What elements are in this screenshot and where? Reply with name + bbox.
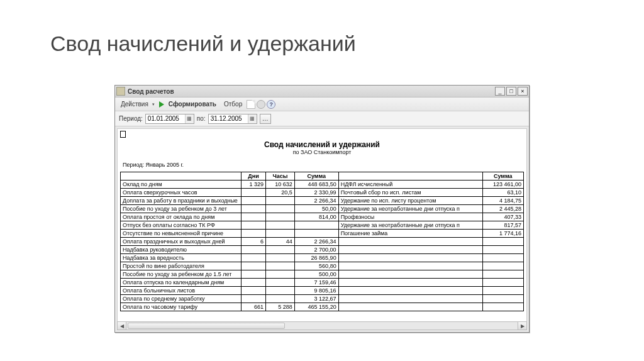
table-row: Оплата отпуска по календарным дням7 159,… [121, 279, 524, 287]
toolbar: Действия Сформировать Отбор ? [115, 97, 529, 111]
filter-button[interactable]: Отбор [221, 99, 245, 109]
sum2-value: 817,57 [482, 221, 523, 230]
scroll-thumb[interactable] [128, 323, 285, 329]
scroll-right-button[interactable]: ▶ [518, 322, 526, 330]
days-value [241, 262, 265, 270]
sum2-value: 407,33 [482, 213, 523, 221]
days-value [241, 189, 265, 197]
accrual-name: Оплата по среднему заработку [121, 295, 242, 303]
scroll-track[interactable] [126, 322, 518, 330]
sum2-value [482, 254, 523, 262]
settings-button[interactable] [257, 100, 265, 109]
col-sum1: Сумма [294, 172, 338, 181]
deduction-name [338, 262, 482, 270]
accrual-name: Доплата за работу в праздники и выходные [121, 197, 242, 205]
calendar-icon[interactable]: ▦ [185, 114, 194, 123]
scroll-left-button[interactable]: ◀ [118, 322, 126, 330]
deduction-name [338, 279, 482, 287]
table-row: Оплата праздничных и выходных дней6442 2… [121, 238, 524, 246]
hours-value [266, 221, 295, 230]
hours-value: 10 632 [266, 181, 295, 189]
window-icon [116, 87, 125, 96]
maximize-button[interactable]: □ [506, 87, 516, 96]
period-label: Период: [119, 115, 143, 122]
table-row: Доплата за работу в праздники и выходные… [121, 197, 524, 205]
help-button[interactable]: ? [267, 100, 275, 109]
table-row: Простой по вине работодателя560,80 [121, 262, 524, 270]
days-value: 1 329 [241, 181, 265, 189]
table-row: Оклад по дням1 32910 632448 683,50НДФЛ и… [121, 181, 524, 189]
sum2-value: 1 774,16 [482, 230, 523, 238]
days-value: 661 [241, 303, 265, 311]
days-value [241, 213, 265, 221]
accrual-name: Оплата простоя от оклада по дням [121, 213, 242, 221]
sum2-value: 4 184,75 [482, 197, 523, 205]
days-value [241, 254, 265, 262]
titlebar: Свод расчетов _ □ × [115, 86, 529, 97]
sum2-value: 123 461,00 [482, 181, 523, 189]
app-window: Свод расчетов _ □ × Действия Сформироват… [114, 85, 530, 333]
calendar-icon[interactable]: ▦ [248, 114, 257, 123]
close-button[interactable]: × [518, 87, 528, 96]
report-title: Свод начислений и удержаний [120, 140, 524, 149]
deduction-name [338, 270, 482, 279]
play-icon [159, 101, 164, 108]
date-to-field[interactable]: ▦ [208, 114, 257, 124]
report-subtitle: по ЗАО Станкоимпорт [120, 149, 524, 155]
sum2-value [482, 279, 523, 287]
days-value [241, 246, 265, 254]
days-value [241, 230, 265, 238]
hours-value [266, 254, 295, 262]
col-hours: Часы [266, 172, 295, 181]
sum-value: 560,80 [294, 262, 338, 270]
actions-menu[interactable]: Действия [118, 99, 158, 109]
table-row: Оплата по среднему заработку3 122,67 [121, 295, 524, 303]
sum2-value: 2 445,28 [482, 205, 523, 213]
col-accrual [121, 172, 242, 181]
table-row: Оплата простоя от оклада по дням814,00Пр… [121, 213, 524, 221]
date-to-input[interactable] [209, 114, 248, 123]
deduction-name [338, 295, 482, 303]
col-days: Дни [241, 172, 265, 181]
date-from-input[interactable] [146, 114, 185, 123]
date-from-field[interactable]: ▦ [145, 114, 194, 124]
horizontal-scrollbar[interactable]: ◀ ▶ [117, 321, 527, 330]
days-value [241, 295, 265, 303]
report-pane: Свод начислений и удержаний по ЗАО Станк… [117, 128, 527, 330]
sum-value: 448 683,50 [294, 181, 338, 189]
accrual-name: Простой по вине работодателя [121, 262, 242, 270]
sum-value: 7 159,46 [294, 279, 338, 287]
form-button[interactable]: Сформировать [165, 99, 219, 109]
page-icon-button[interactable] [247, 100, 255, 109]
sum-value: 9 805,16 [294, 287, 338, 295]
accrual-name: Пособие по уходу за ребенком до 3 лет [121, 205, 242, 213]
deduction-name: Почтовый сбор по исп. листам [338, 189, 482, 197]
sum-value [294, 221, 338, 230]
deduction-name: НДФЛ исчисленный [338, 181, 482, 189]
table-row: Пособие по уходу за ребенком до 1.5 лет5… [121, 270, 524, 279]
date-to-label: по: [197, 115, 206, 122]
bookmark-icon[interactable] [120, 131, 126, 138]
accrual-name: Надбавка за вредность [121, 254, 242, 262]
deduction-name [338, 238, 482, 246]
deduction-name: Погашение займа [338, 230, 482, 238]
sum-value: 2 266,34 [294, 238, 338, 246]
accrual-name: Оплата больничных листов [121, 287, 242, 295]
table-row: Отсутствие по невыясненной причинеПогаше… [121, 230, 524, 238]
table-row: Оплата больничных листов9 805,16 [121, 287, 524, 295]
deduction-name [338, 303, 482, 311]
period-picker-button[interactable]: … [260, 114, 271, 124]
sum2-value [482, 238, 523, 246]
days-value: 6 [241, 238, 265, 246]
days-value [241, 279, 265, 287]
hours-value [266, 213, 295, 221]
deduction-name [338, 287, 482, 295]
accrual-name: Оклад по дням [121, 181, 242, 189]
sum2-value [482, 246, 523, 254]
period-bar: Период: ▦ по: ▦ … [115, 111, 529, 126]
hours-value [266, 205, 295, 213]
table-row: Надбавка руководителю2 700,00 [121, 246, 524, 254]
sum2-value [482, 270, 523, 279]
sum2-value [482, 303, 523, 311]
minimize-button[interactable]: _ [495, 87, 505, 96]
